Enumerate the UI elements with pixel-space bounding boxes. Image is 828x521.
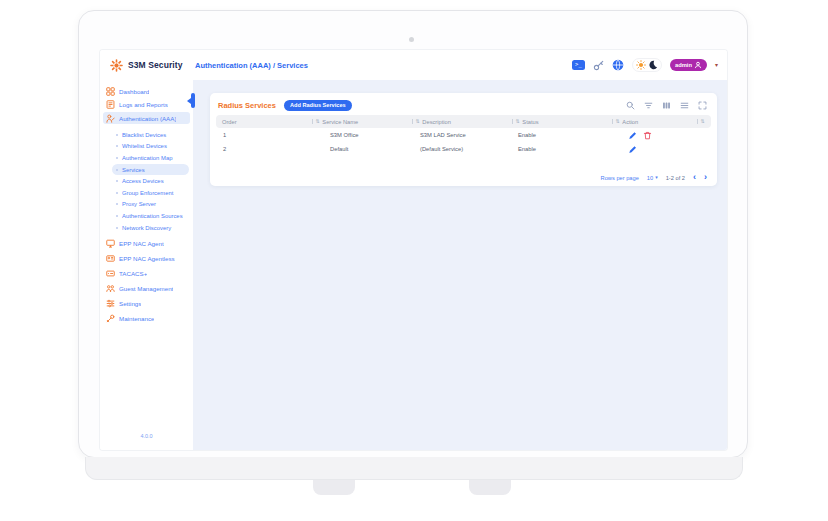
light-mode-sun-icon[interactable] — [636, 60, 646, 70]
laptop-foot-right — [469, 480, 511, 495]
filter-icon[interactable] — [644, 101, 653, 110]
epp-nac-agentless-icon — [106, 254, 115, 263]
table-row[interactable]: 1 S3M Office S3M LAD Service Enable — [216, 128, 711, 142]
column-header-action[interactable]: ⇅ Action — [612, 119, 697, 125]
sidebar-item-authentication-aaa[interactable]: Authentication (AAA) — [103, 112, 190, 124]
cell-actions — [612, 131, 697, 140]
laptop-foot-left — [313, 480, 355, 495]
column-header-description[interactable]: ⇅ Description — [412, 119, 512, 125]
subitem-label: Blacklist Devices — [122, 132, 166, 138]
header-actions: >_ — [572, 50, 718, 80]
table-toolbar — [626, 101, 707, 110]
sidebar-item-tacacs[interactable]: TACACS+ — [103, 267, 190, 280]
subitem-label: Access Devices — [122, 178, 164, 184]
settings-sliders-icon — [106, 299, 115, 308]
column-label: Action — [622, 119, 638, 125]
rows-per-page-value: 10 — [647, 175, 653, 181]
sort-icon[interactable]: ⇅ — [416, 119, 420, 124]
column-header-trailing: ⇅ — [697, 119, 711, 124]
fullscreen-icon[interactable] — [698, 101, 707, 110]
user-caret-down-icon[interactable]: ▾ — [715, 62, 718, 68]
user-menu-badge[interactable]: admin — [670, 59, 707, 71]
column-label: Service Name — [322, 119, 358, 125]
sidebar-bottom-nav: EPP NAC Agent EPP NAC Agentless — [100, 237, 193, 325]
sidebar-subitem-authentication-map[interactable]: Authentication Map — [100, 152, 193, 164]
sidebar-item-dashboard[interactable]: Dashboard — [103, 85, 190, 97]
row-density-icon[interactable] — [680, 101, 689, 110]
sort-icon[interactable]: ⇅ — [516, 119, 520, 124]
add-radius-services-button[interactable]: Add Radius Services — [284, 100, 352, 110]
epp-nac-agent-icon — [106, 239, 115, 248]
column-divider — [312, 119, 313, 124]
cell-description: S3M LAD Service — [412, 132, 512, 138]
terminal-icon[interactable]: >_ — [572, 60, 585, 70]
sort-icon[interactable]: ⇅ — [316, 119, 320, 124]
sidebar-item-label: EPP NAC Agentless — [119, 255, 175, 262]
subitem-label: Group Enforcement — [122, 190, 173, 196]
pagination-range: 1-2 of 2 — [666, 175, 685, 181]
sidebar-subitem-authentication-sources[interactable]: Authentication Sources — [100, 210, 193, 222]
sidebar-item-epp-nac-agent[interactable]: EPP NAC Agent — [103, 237, 190, 250]
rows-per-page-label: Rows per page — [601, 175, 639, 181]
user-person-icon — [694, 61, 702, 69]
sidebar-subitem-services[interactable]: Services — [112, 164, 189, 176]
table-row[interactable]: 2 Default (Default Service) Enable — [216, 142, 711, 156]
cell-order: 2 — [216, 146, 312, 152]
sidebar-item-epp-nac-agentless[interactable]: EPP NAC Agentless — [103, 252, 190, 265]
sidebar-item-label: Maintenance — [119, 315, 154, 322]
sidebar-item-label: Dashboard — [119, 88, 149, 95]
subitem-label: Whitelist Devices — [122, 143, 167, 149]
cell-service-name: S3M Office — [312, 132, 412, 138]
sidebar-collapse-handle[interactable] — [191, 93, 195, 108]
authentication-submenu: Blacklist Devices Whitelist Devices Auth… — [100, 129, 193, 233]
sidebar-subitem-group-enforcement[interactable]: Group Enforcement — [100, 187, 193, 199]
prev-page-icon[interactable]: ‹ — [693, 173, 696, 182]
sidebar-item-maintenance[interactable]: Maintenance — [103, 312, 190, 325]
column-divider — [612, 119, 613, 124]
sidebar-item-settings[interactable]: Settings — [103, 297, 190, 310]
next-page-icon[interactable]: › — [704, 173, 707, 182]
license-key-icon[interactable] — [593, 60, 604, 71]
sidebar-item-logs-and-reports[interactable]: Logs and Reports — [103, 99, 190, 111]
sidebar-subitem-blacklist-devices[interactable]: Blacklist Devices — [100, 129, 193, 141]
cell-status: Enable — [512, 146, 612, 152]
cell-actions — [612, 145, 697, 154]
delete-trash-icon[interactable] — [643, 131, 652, 140]
rows-per-page-select[interactable]: 10 ▾ — [647, 175, 658, 181]
sidebar-item-label: Authentication (AAA) — [119, 115, 176, 122]
column-label: Description — [422, 119, 450, 125]
table-header-row: Order ⇅ Service Name ⇅ Description ⇅ Sta… — [216, 115, 711, 128]
columns-icon[interactable] — [662, 101, 671, 110]
sidebar-subitem-whitelist-devices[interactable]: Whitelist Devices — [100, 141, 193, 153]
maintenance-wrench-icon — [106, 314, 115, 323]
main-content: Radius Services Add Radius Services — [193, 80, 727, 450]
theme-toggle[interactable] — [632, 58, 662, 72]
card-title: Radius Services — [218, 101, 276, 110]
sidebar-subitem-network-discovery[interactable]: Network Discovery — [100, 222, 193, 234]
column-header-order[interactable]: Order — [216, 119, 312, 125]
sidebar-subitem-access-devices[interactable]: Access Devices — [100, 175, 193, 187]
sort-icon[interactable]: ⇅ — [616, 119, 620, 124]
tacacs-server-icon — [106, 269, 115, 278]
sidebar-item-label: Settings — [119, 300, 141, 307]
edit-pencil-icon[interactable] — [628, 131, 637, 140]
laptop-base — [85, 457, 743, 480]
column-header-service-name[interactable]: ⇅ Service Name — [312, 119, 412, 125]
column-label: Status — [522, 119, 538, 125]
edit-pencil-icon[interactable] — [628, 145, 637, 154]
column-label: Order — [222, 119, 237, 125]
language-globe-icon[interactable] — [612, 59, 624, 71]
app-version: 4.0.0 — [100, 433, 193, 439]
breadcrumb: Authentication (AAA) / Services — [195, 61, 308, 70]
sidebar-subitem-proxy-server[interactable]: Proxy Server — [100, 199, 193, 211]
search-icon[interactable] — [626, 101, 635, 110]
dark-mode-moon-icon[interactable] — [648, 60, 658, 70]
column-header-status[interactable]: ⇅ Status — [512, 119, 612, 125]
sidebar-item-guest-management[interactable]: Guest Management — [103, 282, 190, 295]
column-divider — [697, 119, 698, 124]
sort-icon[interactable]: ⇅ — [701, 119, 705, 124]
pagination: Rows per page 10 ▾ 1-2 of 2 ‹ › — [216, 173, 711, 182]
subitem-label: Authentication Map — [122, 155, 172, 161]
sidebar-item-label: TACACS+ — [119, 270, 147, 277]
cell-order: 1 — [216, 132, 312, 138]
